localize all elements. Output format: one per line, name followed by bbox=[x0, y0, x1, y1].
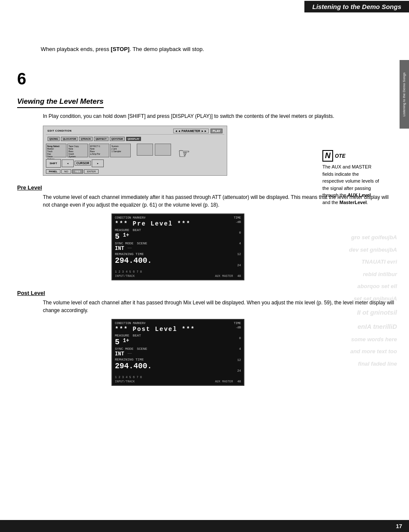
panel-btn[interactable]: PANEL bbox=[46, 169, 60, 174]
post-lm-row4: INT —— bbox=[115, 351, 233, 357]
faded-col: gro set goifeujbA dev set gnibeujbA TNAU… bbox=[324, 231, 397, 370]
pre-level-display: CONDITION MARKER# TIME *** Pre Level ***… bbox=[64, 213, 201, 280]
pre-bar-nums: 1 2 3 4 5 6 7 8 bbox=[115, 270, 142, 274]
stop-label: [STOP] bbox=[111, 46, 129, 52]
faded-line-10: and more text too bbox=[324, 346, 397, 358]
post-beat-label: BEAT bbox=[133, 334, 141, 337]
post-scene: SCENE bbox=[137, 347, 147, 351]
cursor-label: CURSOR bbox=[75, 161, 91, 165]
post-time-label: TIME bbox=[234, 322, 241, 325]
pre-time-label: TIME bbox=[234, 216, 241, 219]
pre-lm-row2: 5 1+ bbox=[115, 232, 233, 241]
side-tab: Listening to the Demo Songs bbox=[400, 60, 409, 129]
pre-lm-row1: MEASURE BEAT bbox=[115, 228, 233, 232]
pre-db-1: 0 bbox=[235, 231, 241, 234]
post-measure-label: MEASURE bbox=[115, 334, 129, 337]
post-lm-row2: 5 1+ bbox=[115, 338, 233, 346]
page-title: Listening to the Demo Songs bbox=[304, 1, 409, 12]
pre-lm-top: CONDITION MARKER# TIME bbox=[115, 216, 241, 219]
note-header: N OTE bbox=[322, 150, 395, 162]
enter-btn[interactable]: ENTER bbox=[84, 169, 99, 174]
faded-line-9: some words here bbox=[324, 334, 397, 346]
qeffect-btn[interactable]: QEFFECT bbox=[94, 137, 108, 141]
faded-line-2: dev set gnibeujbA bbox=[324, 244, 397, 256]
side-tab-text: Listening to the Demo Songs bbox=[402, 72, 406, 117]
faded-text-block: gro set goifeujbA dev set gnibeujbA TNAU… bbox=[324, 231, 397, 370]
post-db-2: 4 bbox=[235, 347, 241, 351]
step-6-container: 6 When playback ends, press [STOP]. The … bbox=[17, 45, 396, 79]
edit-condition-label: EDIT CONDITION bbox=[48, 129, 72, 132]
pre-int: INT bbox=[115, 246, 124, 252]
hand-icon: ☞ bbox=[178, 145, 190, 162]
faded-line-1: gro set goifeujbA bbox=[324, 231, 397, 244]
post-bar-nums: 1 2 3 4 5 6 7 8 bbox=[115, 376, 142, 379]
pre-level-meter: CONDITION MARKER# TIME *** Pre Level ***… bbox=[111, 213, 244, 280]
post-int: INT bbox=[115, 351, 124, 357]
qdisplay-btn[interactable]: QDISPLAY bbox=[126, 137, 141, 141]
header-bar: Listening to the Demo Songs bbox=[0, 0, 409, 13]
post-time-val-row: 294.400. bbox=[115, 362, 233, 370]
post-level-meter: CONDITION MARKER# TIME *** Post Level **… bbox=[111, 319, 244, 386]
shift-btn[interactable]: SHIFT bbox=[46, 159, 61, 168]
no-btn[interactable]: NO bbox=[61, 169, 71, 174]
panel-song: Song Select Marker Track Dsp Trace Optio… bbox=[46, 144, 66, 157]
pre-db-5: 48 bbox=[235, 274, 241, 278]
note-line3: respective volume levels of bbox=[322, 178, 379, 183]
post-aux-master: AUX MASTER bbox=[215, 380, 233, 383]
note-line4: the signal after passing bbox=[322, 186, 371, 191]
pre-measure-label: MEASURE bbox=[115, 228, 129, 232]
pre-sync-mode: SYNC MODE bbox=[115, 241, 133, 245]
pre-remaining: REMAINING TIME bbox=[115, 252, 144, 256]
post-time-value: 294.400. bbox=[115, 362, 152, 370]
pre-lm-main-text: *** Pre Level *** bbox=[115, 220, 233, 227]
post-lm-main-text: *** Post Level *** bbox=[115, 326, 233, 333]
post-beat-value: 1+ bbox=[123, 338, 129, 346]
faded-line-4: rebid intilbur bbox=[324, 268, 397, 281]
qlocator-btn[interactable]: QLOCATOR bbox=[61, 137, 78, 141]
post-lm-row5: REMAINING TIME bbox=[115, 358, 233, 361]
pre-lm-row4: INT —— bbox=[115, 246, 233, 252]
note-container: N OTE The AUX and MASTER fields indicate… bbox=[322, 150, 395, 206]
post-sync-mode: SYNC MODE bbox=[115, 347, 133, 351]
note-body: The AUX and MASTER fields indicate the r… bbox=[322, 163, 395, 206]
device-mockup: EDIT CONDITION ◄◄ PARAMETER ►► PLAY QSON… bbox=[43, 126, 227, 176]
qsong-btn[interactable]: QSONG bbox=[48, 137, 60, 141]
post-bar-graph: 1 2 3 4 5 6 7 8 bbox=[115, 371, 233, 379]
note-line1: The AUX and MASTER bbox=[322, 164, 371, 169]
panel-right-2 bbox=[155, 144, 171, 156]
pre-db-2: 4 bbox=[235, 242, 241, 245]
note-label: OTE bbox=[335, 153, 346, 159]
panel-effect: EFFECT-1 Note Bass a-Amp Per bbox=[89, 144, 109, 157]
faded-line-11: final faded line bbox=[324, 358, 397, 370]
device-image-container: EDIT CONDITION ◄◄ PARAMETER ►► PLAY QSON… bbox=[43, 126, 227, 176]
qtrack-btn[interactable]: QTRACK bbox=[79, 137, 93, 141]
pre-beat-value: 1+ bbox=[123, 232, 129, 241]
pre-measure-value: 5 bbox=[115, 232, 120, 241]
a-cursor-right[interactable]: ► bbox=[92, 159, 104, 167]
pre-bar-graph: 1 2 3 4 5 6 7 8 bbox=[115, 266, 233, 274]
step-number: 6 bbox=[17, 71, 26, 87]
pre-db-3: 12 bbox=[235, 252, 241, 256]
note-line5: through the AUX Level bbox=[322, 192, 371, 198]
post-lm-main: *** Post Level *** MEASURE BEAT 5 1+ SYN… bbox=[115, 326, 233, 383]
faded-line-3: TNAUATI evri bbox=[324, 256, 397, 268]
post-dashes: —— bbox=[128, 351, 132, 357]
yes-btn[interactable]: YES bbox=[72, 169, 83, 174]
a-cursor-left[interactable]: ◄ bbox=[62, 159, 74, 167]
faded-line-7: II ot gninotsil bbox=[324, 305, 397, 319]
qsystem-btn[interactable]: QSYSTEM bbox=[110, 137, 125, 141]
step-text: When playback ends, press [STOP]. The de… bbox=[41, 45, 396, 54]
pre-scene: SCENE bbox=[137, 241, 147, 245]
panel-sys: System z amt 1 Sampler bbox=[110, 144, 131, 157]
section-intro: In Play condition, you can hold down [SH… bbox=[43, 112, 396, 120]
pre-lm-row3: SYNC MODE SCENE bbox=[115, 241, 233, 245]
panel-right-1 bbox=[137, 144, 153, 156]
post-lm-row1: MEASURE BEAT bbox=[115, 334, 233, 337]
post-lm-row3: SYNC MODE SCENE bbox=[115, 347, 233, 351]
post-db-4: 24 bbox=[235, 369, 241, 373]
post-lm-top: CONDITION MARKER# TIME bbox=[115, 322, 241, 325]
page-number: 17 bbox=[396, 523, 402, 529]
pre-db-0: -dB bbox=[235, 220, 241, 224]
pre-db-scale: -dB 0 4 12 24 48 bbox=[235, 220, 241, 278]
note-line6: and the MasterLevel. bbox=[322, 200, 368, 205]
